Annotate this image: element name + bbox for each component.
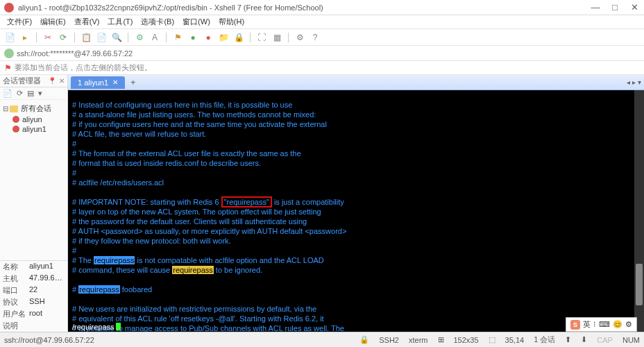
tree-root[interactable]: 所有会话 bbox=[3, 103, 65, 115]
address-bar: ssh://root:********@47.99.66.57:22 bbox=[0, 46, 644, 61]
folder-icon bbox=[10, 105, 18, 112]
close-button[interactable]: ✕ bbox=[629, 2, 640, 12]
toolbar: 📄 ▸ ✂ ⟳ 📋 📄 🔍 ⚙ A ⚑ ● ● 📁 🔒 ⛶ ▦ ⚙ ? bbox=[0, 29, 644, 46]
prop-key: 用户名 bbox=[3, 309, 29, 319]
maximize-button[interactable]: □ bbox=[609, 2, 620, 12]
session-icon bbox=[12, 116, 19, 123]
script-icon[interactable]: ⚙ bbox=[134, 32, 145, 43]
status-size-icon: ⊞ bbox=[438, 335, 444, 344]
ime-opt-icon[interactable]: ⁝ bbox=[593, 320, 596, 329]
address-text[interactable]: ssh://root:********@47.99.66.57:22 bbox=[17, 49, 133, 58]
menu-view[interactable]: 查看(V) bbox=[71, 17, 103, 27]
highlight-current: requirepass bbox=[172, 266, 213, 274]
ime-opt-icon[interactable]: 😊 bbox=[613, 320, 622, 329]
properties-panel: 名称aliyun1 主机47.99.66.... 端口22 协议SSH 用户名r… bbox=[0, 260, 67, 332]
sidebar: 会话管理器 📍 ✕ 📄 ⟳ ▤ ▾ 所有会话 aliyun aliyun1 bbox=[0, 75, 68, 332]
tree-root-label: 所有会话 bbox=[21, 103, 51, 114]
tree-session-label: aliyun bbox=[22, 115, 42, 124]
status-pos-icon: ⬚ bbox=[489, 335, 495, 344]
menu-window[interactable]: 窗口(W) bbox=[180, 17, 213, 27]
ime-opt-icon[interactable]: ⚙ bbox=[625, 320, 632, 329]
tab-aliyun1[interactable]: 1 aliyun1 ✕ bbox=[71, 76, 125, 89]
hint-text: 要添加当前会话，点击左侧的箭头按钮。 bbox=[15, 62, 152, 73]
status-ssh: SSH2 bbox=[379, 336, 399, 344]
separator bbox=[288, 33, 289, 42]
open-icon[interactable]: ▸ bbox=[19, 32, 31, 43]
connect-icon[interactable]: ✂ bbox=[42, 32, 53, 43]
separator bbox=[36, 33, 37, 42]
sidebar-title: 会话管理器 bbox=[3, 76, 41, 86]
terminal-scrollbar[interactable] bbox=[634, 90, 644, 332]
hint-bar: ⚑ 要添加当前会话，点击左侧的箭头按钮。 bbox=[0, 61, 644, 75]
help-icon[interactable]: ? bbox=[310, 32, 321, 43]
copy-icon[interactable]: 📋 bbox=[80, 32, 92, 43]
prop-key: 端口 bbox=[3, 285, 29, 296]
status-lock-icon: 🔒 bbox=[359, 335, 369, 344]
refresh-icon[interactable]: ⟳ bbox=[17, 89, 23, 98]
status-up-icon[interactable]: ⬆ bbox=[565, 335, 571, 344]
minimize-button[interactable]: — bbox=[590, 2, 601, 12]
app-icon bbox=[4, 3, 14, 12]
props-icon[interactable]: ⚑ bbox=[172, 32, 183, 43]
status-sessions: 1 会话 bbox=[534, 335, 555, 345]
highlight-match: requirepass bbox=[94, 256, 135, 264]
menubar: 文件(F) 编辑(E) 查看(V) 工具(T) 选项卡(B) 窗口(W) 帮助(… bbox=[0, 15, 644, 29]
menu-tabs[interactable]: 选项卡(B) bbox=[138, 17, 177, 27]
tree-session[interactable]: aliyun1 bbox=[3, 124, 65, 134]
paste-icon[interactable]: 📄 bbox=[96, 32, 107, 43]
find-icon[interactable]: 🔍 bbox=[111, 32, 122, 43]
tab-add-button[interactable]: + bbox=[126, 77, 140, 87]
status-caps: CAP bbox=[597, 336, 613, 344]
separator bbox=[128, 33, 128, 42]
sidebar-toolbar: 📄 ⟳ ▤ ▾ bbox=[0, 87, 67, 100]
tab-close-icon[interactable]: ✕ bbox=[112, 78, 118, 86]
lock-icon[interactable]: 🔒 bbox=[233, 32, 244, 43]
fullscreen-icon[interactable]: ⛶ bbox=[256, 32, 267, 43]
font-icon[interactable]: A bbox=[149, 32, 160, 43]
prop-key: 协议 bbox=[3, 297, 29, 307]
view-icon[interactable]: ▤ bbox=[27, 89, 34, 98]
status-down-icon[interactable]: ⬇ bbox=[581, 335, 587, 344]
window-controls: — □ ✕ bbox=[590, 2, 640, 12]
go-icon[interactable]: ● bbox=[187, 32, 198, 43]
menu-help[interactable]: 帮助(H) bbox=[216, 17, 247, 27]
main-area: 会话管理器 📍 ✕ 📄 ⟳ ▤ ▾ 所有会话 aliyun aliyun1 bbox=[0, 75, 644, 332]
highlight-redbox: "requirepass" bbox=[221, 196, 272, 208]
terminal[interactable]: # Instead of configuring users here in t… bbox=[68, 90, 644, 332]
folder-icon[interactable]: 📁 bbox=[218, 32, 229, 43]
content-area: 1 aliyun1 ✕ + ◂ ▸ ▾ # Instead of configu… bbox=[68, 75, 644, 332]
menu-file[interactable]: 文件(F) bbox=[4, 17, 35, 27]
ssh-icon bbox=[4, 49, 14, 58]
highlight-match: requirepass bbox=[78, 285, 119, 294]
sort-icon[interactable]: ▾ bbox=[38, 89, 42, 98]
prop-value bbox=[29, 321, 65, 331]
menu-edit[interactable]: 编辑(E) bbox=[37, 17, 69, 27]
sidebar-pin-icon[interactable]: 📍 bbox=[48, 77, 56, 85]
session-icon bbox=[12, 126, 19, 133]
new-session-icon[interactable]: 📄 bbox=[4, 32, 15, 43]
new-folder-icon[interactable]: 📄 bbox=[3, 89, 12, 98]
sidebar-close-icon[interactable]: ✕ bbox=[59, 77, 65, 85]
vim-status-line: /requirepass bbox=[72, 323, 640, 332]
stop-icon[interactable]: ● bbox=[203, 32, 214, 43]
status-size: 152x35 bbox=[454, 336, 479, 344]
separator bbox=[250, 33, 251, 42]
settings-icon[interactable]: ⚙ bbox=[294, 32, 305, 43]
ime-opt-icon[interactable]: ⌨ bbox=[599, 320, 610, 329]
ime-indicator[interactable]: S 英 ⁝ ⌨ 😊 ⚙ bbox=[566, 317, 637, 332]
sidebar-header: 会话管理器 📍 ✕ bbox=[0, 75, 67, 87]
tabs-right: ◂ ▸ ▾ bbox=[627, 78, 641, 86]
search-command: requirepass bbox=[74, 323, 114, 331]
tabs-menu-icon[interactable]: ◂ ▸ ▾ bbox=[627, 78, 641, 86]
scrollbar-thumb[interactable] bbox=[636, 264, 643, 305]
status-pos: 35,14 bbox=[505, 336, 525, 344]
tree-session[interactable]: aliyun bbox=[3, 115, 65, 124]
window-title: aliyun1 - root@iZbp1032s22cnpnz69ipvhZ:/… bbox=[18, 3, 590, 12]
menu-tools[interactable]: 工具(T) bbox=[105, 17, 135, 27]
separator bbox=[74, 33, 75, 42]
reconnect-icon[interactable]: ⟳ bbox=[58, 32, 69, 43]
tree-session-label: aliyun1 bbox=[22, 125, 46, 133]
tabs-bar: 1 aliyun1 ✕ + ◂ ▸ ▾ bbox=[68, 75, 644, 90]
tile-icon[interactable]: ▦ bbox=[271, 32, 282, 43]
status-connection: ssh://root@47.99.66.57:22 bbox=[4, 336, 94, 344]
